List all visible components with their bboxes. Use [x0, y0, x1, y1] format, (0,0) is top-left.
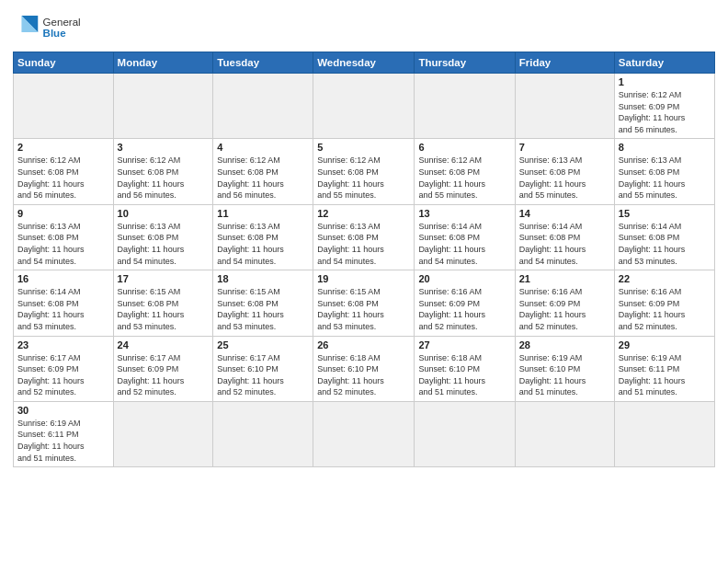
sunset-text: Sunset: 6:08 PM: [118, 299, 179, 308]
day-cell-empty: [614, 401, 714, 466]
sunrise-text: Sunrise: 6:14 AM: [418, 222, 482, 231]
day-info: Sunrise: 6:16 AMSunset: 6:09 PMDaylight:…: [418, 286, 510, 332]
sunset-text: Sunset: 6:08 PM: [118, 233, 179, 242]
day-cell-30: 30Sunrise: 6:19 AMSunset: 6:11 PMDayligh…: [14, 401, 114, 466]
day-info: Sunrise: 6:19 AMSunset: 6:11 PMDaylight:…: [619, 352, 711, 398]
calendar-table: SundayMondayTuesdayWednesdayThursdayFrid…: [13, 52, 715, 467]
daylight-line2: and 52 minutes.: [317, 387, 376, 396]
sunset-text: Sunset: 6:09 PM: [418, 299, 480, 308]
day-number: 25: [217, 339, 309, 350]
day-cell-empty: [213, 401, 313, 466]
daylight-line2: and 56 minutes.: [17, 190, 76, 200]
day-info: Sunrise: 6:13 AMSunset: 6:08 PMDaylight:…: [317, 221, 410, 267]
daylight-line1: Daylight: 11 hours: [519, 310, 586, 319]
sunrise-text: Sunrise: 6:14 AM: [619, 222, 682, 231]
sunrise-text: Sunrise: 6:12 AM: [118, 155, 181, 165]
day-cell-8: 8Sunrise: 6:13 AMSunset: 6:08 PMDaylight…: [614, 139, 714, 204]
sunset-text: Sunset: 6:08 PM: [418, 167, 480, 177]
day-cell-empty: [313, 401, 415, 466]
day-cell-empty: [313, 74, 415, 139]
sunset-text: Sunset: 6:09 PM: [619, 102, 680, 111]
daylight-line2: and 53 minutes.: [17, 322, 76, 331]
week-row-5: 23Sunrise: 6:17 AMSunset: 6:09 PMDayligh…: [14, 336, 715, 401]
day-cell-29: 29Sunrise: 6:19 AMSunset: 6:11 PMDayligh…: [614, 336, 714, 401]
day-cell-1: 1Sunrise: 6:12 AMSunset: 6:09 PMDaylight…: [614, 74, 714, 139]
sunset-text: Sunset: 6:08 PM: [118, 167, 179, 177]
day-cell-26: 26Sunrise: 6:18 AMSunset: 6:10 PMDayligh…: [313, 336, 415, 401]
day-info: Sunrise: 6:13 AMSunset: 6:08 PMDaylight:…: [118, 221, 210, 267]
daylight-line2: and 51 minutes.: [519, 387, 578, 396]
day-number: 28: [519, 339, 610, 350]
weekday-header-wednesday: Wednesday: [313, 52, 415, 74]
day-cell-21: 21Sunrise: 6:16 AMSunset: 6:09 PMDayligh…: [515, 270, 614, 336]
sunrise-text: Sunrise: 6:19 AM: [519, 353, 583, 362]
sunset-text: Sunset: 6:08 PM: [17, 167, 79, 177]
sunrise-text: Sunrise: 6:12 AM: [17, 155, 81, 165]
day-info: Sunrise: 6:12 AMSunset: 6:08 PMDaylight:…: [418, 155, 510, 201]
daylight-line1: Daylight: 11 hours: [217, 310, 284, 319]
daylight-line2: and 55 minutes.: [418, 190, 477, 200]
day-info: Sunrise: 6:15 AMSunset: 6:08 PMDaylight:…: [217, 286, 309, 332]
day-info: Sunrise: 6:18 AMSunset: 6:10 PMDaylight:…: [418, 352, 510, 398]
daylight-line2: and 54 minutes.: [217, 257, 276, 266]
daylight-line1: Daylight: 11 hours: [17, 442, 85, 451]
sunset-text: Sunset: 6:08 PM: [317, 299, 379, 308]
day-info: Sunrise: 6:17 AMSunset: 6:10 PMDaylight:…: [217, 352, 309, 398]
day-info: Sunrise: 6:13 AMSunset: 6:08 PMDaylight:…: [619, 155, 711, 201]
daylight-line1: Daylight: 11 hours: [118, 245, 185, 254]
daylight-line2: and 52 minutes.: [17, 387, 76, 396]
day-info: Sunrise: 6:17 AMSunset: 6:09 PMDaylight:…: [118, 352, 210, 398]
daylight-line1: Daylight: 11 hours: [519, 179, 586, 189]
day-info: Sunrise: 6:19 AMSunset: 6:11 PMDaylight:…: [17, 418, 109, 464]
daylight-line2: and 54 minutes.: [418, 257, 477, 266]
day-cell-12: 12Sunrise: 6:13 AMSunset: 6:08 PMDayligh…: [313, 204, 415, 270]
daylight-line2: and 51 minutes.: [619, 387, 677, 396]
sunrise-text: Sunrise: 6:12 AM: [217, 155, 280, 165]
day-cell-23: 23Sunrise: 6:17 AMSunset: 6:09 PMDayligh…: [14, 336, 114, 401]
day-cell-14: 14Sunrise: 6:14 AMSunset: 6:08 PMDayligh…: [515, 204, 614, 270]
daylight-line2: and 52 minutes.: [418, 322, 477, 331]
day-number: 22: [619, 273, 711, 284]
day-cell-4: 4Sunrise: 6:12 AMSunset: 6:08 PMDaylight…: [213, 139, 313, 204]
sunset-text: Sunset: 6:09 PM: [118, 364, 179, 373]
week-row-4: 16Sunrise: 6:14 AMSunset: 6:08 PMDayligh…: [14, 270, 715, 336]
daylight-line2: and 54 minutes.: [519, 257, 578, 266]
weekday-header-friday: Friday: [515, 52, 614, 74]
day-number: 16: [17, 273, 109, 284]
day-info: Sunrise: 6:12 AMSunset: 6:08 PMDaylight:…: [118, 155, 210, 201]
sunrise-text: Sunrise: 6:13 AM: [217, 222, 280, 231]
daylight-line2: and 55 minutes.: [519, 190, 578, 200]
week-row-2: 2Sunrise: 6:12 AMSunset: 6:08 PMDaylight…: [14, 139, 715, 204]
week-row-6: 30Sunrise: 6:19 AMSunset: 6:11 PMDayligh…: [14, 401, 715, 466]
day-number: 14: [519, 208, 610, 219]
daylight-line2: and 52 minutes.: [619, 322, 677, 331]
daylight-line1: Daylight: 11 hours: [619, 179, 686, 189]
daylight-line2: and 54 minutes.: [118, 257, 176, 266]
sunrise-text: Sunrise: 6:19 AM: [17, 419, 81, 428]
day-info: Sunrise: 6:12 AMSunset: 6:09 PMDaylight:…: [619, 89, 711, 135]
daylight-line1: Daylight: 11 hours: [17, 179, 85, 189]
week-row-3: 9Sunrise: 6:13 AMSunset: 6:08 PMDaylight…: [14, 204, 715, 270]
weekday-header-row: SundayMondayTuesdayWednesdayThursdayFrid…: [14, 52, 715, 74]
day-number: 20: [418, 273, 510, 284]
day-cell-28: 28Sunrise: 6:19 AMSunset: 6:10 PMDayligh…: [515, 336, 614, 401]
day-number: 19: [317, 273, 410, 284]
day-number: 18: [217, 273, 309, 284]
day-number: 29: [619, 339, 711, 350]
daylight-line1: Daylight: 11 hours: [418, 310, 485, 319]
day-info: Sunrise: 6:12 AMSunset: 6:08 PMDaylight:…: [317, 155, 410, 201]
header: General Blue: [13, 9, 715, 46]
day-info: Sunrise: 6:12 AMSunset: 6:08 PMDaylight:…: [17, 155, 109, 201]
sunset-text: Sunset: 6:10 PM: [418, 364, 480, 373]
day-info: Sunrise: 6:14 AMSunset: 6:08 PMDaylight:…: [519, 221, 610, 267]
sunrise-text: Sunrise: 6:16 AM: [619, 287, 682, 296]
daylight-line2: and 52 minutes.: [217, 387, 276, 396]
sunrise-text: Sunrise: 6:18 AM: [317, 353, 381, 362]
day-number: 2: [17, 142, 109, 153]
daylight-line2: and 54 minutes.: [317, 257, 376, 266]
sunrise-text: Sunrise: 6:13 AM: [317, 222, 381, 231]
day-number: 26: [317, 339, 410, 350]
day-info: Sunrise: 6:13 AMSunset: 6:08 PMDaylight:…: [519, 155, 610, 201]
day-cell-2: 2Sunrise: 6:12 AMSunset: 6:08 PMDaylight…: [14, 139, 114, 204]
daylight-line2: and 55 minutes.: [317, 190, 376, 200]
